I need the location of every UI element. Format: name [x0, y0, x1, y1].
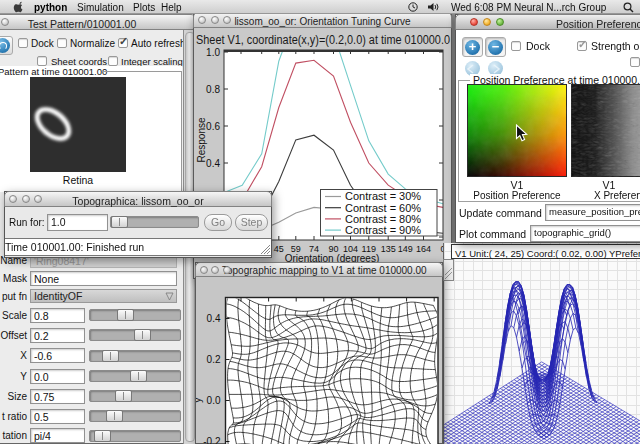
svg-text:59: 59 [291, 244, 301, 254]
svg-text:90: 90 [328, 244, 338, 254]
svg-text:0.2: 0.2 [206, 195, 220, 206]
svg-text:119: 119 [362, 244, 376, 254]
svg-text:0.2: 0.2 [207, 354, 221, 365]
svg-text:Sheet V1, coordinate(x,y)=(0.2: Sheet V1, coordinate(x,y)=(0.2,0.0) at t… [196, 33, 450, 47]
svg-text:0.0: 0.0 [206, 232, 220, 243]
svg-text:Contrast = 80%: Contrast = 80% [345, 213, 421, 225]
svg-text:0.6: 0.6 [206, 121, 220, 132]
svg-text:Response: Response [196, 117, 207, 162]
svg-text:74: 74 [309, 244, 319, 254]
svg-text:0.8: 0.8 [206, 84, 220, 95]
svg-text:164: 164 [416, 244, 431, 254]
svg-text:104: 104 [343, 244, 358, 254]
svg-text:0: 0 [440, 244, 445, 254]
svg-text:0.4: 0.4 [206, 158, 220, 169]
svg-text:Contrast = 30%: Contrast = 30% [345, 190, 421, 202]
svg-text:Contrast = 60%: Contrast = 60% [345, 202, 421, 214]
svg-text:Contrast = 90%: Contrast = 90% [345, 224, 421, 236]
svg-text:0.0: 0.0 [207, 395, 221, 406]
svg-text:y: y [196, 397, 203, 403]
svg-text:Orientation (degrees): Orientation (degrees) [285, 253, 380, 264]
svg-text:149: 149 [398, 244, 413, 254]
svg-text:135: 135 [381, 244, 396, 254]
svg-text:45: 45 [274, 244, 284, 254]
svg-text:-0.2: -0.2 [203, 436, 221, 444]
svg-text:1.0: 1.0 [206, 47, 220, 58]
svg-text:0.4: 0.4 [207, 313, 221, 324]
